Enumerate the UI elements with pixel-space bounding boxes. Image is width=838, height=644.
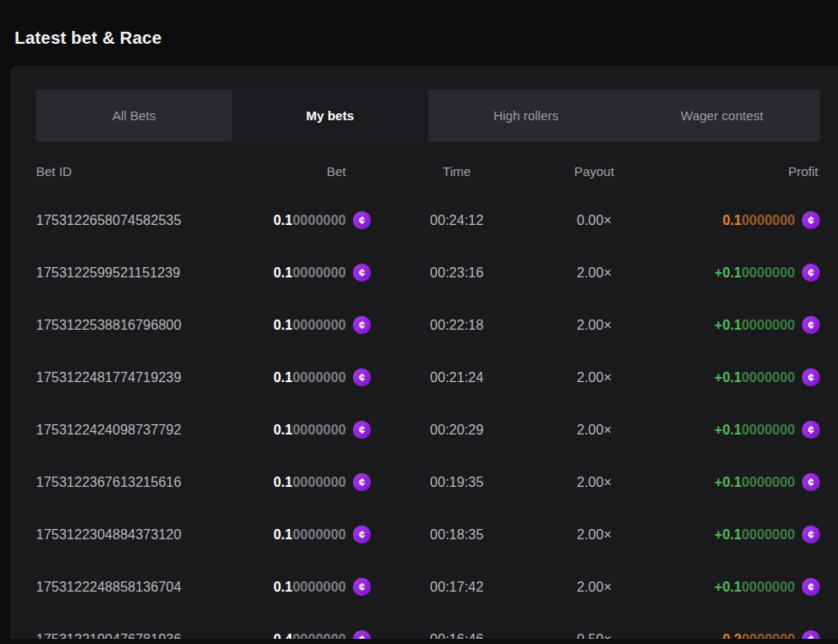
bet-id: 1753122424098737792 xyxy=(36,422,234,438)
bet-profit: 0.10000000¢ xyxy=(646,211,820,229)
bet-time: 00:16:46 xyxy=(371,632,543,640)
bet-row[interactable]: 17531223676132156160.10000000¢00:19:352.… xyxy=(36,456,820,508)
bet-profit: +0.10000000¢ xyxy=(646,526,820,544)
bets-panel: All BetsMy betsHigh rollersWager contest… xyxy=(10,65,838,639)
coin-icon: ¢ xyxy=(802,421,820,439)
bet-id: 1753122304884373120 xyxy=(36,527,234,543)
bet-payout: 2.00× xyxy=(543,527,646,543)
bet-row[interactable]: 17531224240987377920.10000000¢00:20:292.… xyxy=(36,404,820,456)
bet-id: 1753122248858136704 xyxy=(36,580,234,595)
bet-amount: 0.10000000¢ xyxy=(234,526,371,544)
coin-icon: ¢ xyxy=(802,368,820,386)
coin-icon: ¢ xyxy=(802,316,820,334)
bet-payout: 2.00× xyxy=(543,370,646,386)
table-body: 17531226580745825350.10000000¢00:24:120.… xyxy=(36,194,820,639)
bet-profit: +0.10000000¢ xyxy=(646,578,820,596)
bet-time: 00:20:29 xyxy=(371,422,543,438)
coin-icon: ¢ xyxy=(802,526,820,544)
bet-profit: +0.10000000¢ xyxy=(646,368,820,386)
bet-row[interactable]: 17531221904767819360.40000000¢00:16:460.… xyxy=(36,613,820,639)
bet-payout: 2.00× xyxy=(543,318,646,333)
coin-icon: ¢ xyxy=(353,316,371,334)
bet-profit: 0.20000000¢ xyxy=(646,630,820,639)
bets-table: Bet ID Bet Time Payout Profit 1753122658… xyxy=(36,142,820,639)
bet-amount: 0.10000000¢ xyxy=(234,211,371,229)
bet-amount: 0.10000000¢ xyxy=(234,473,371,491)
header-bet-id: Bet ID xyxy=(36,164,234,179)
bet-time: 00:19:35 xyxy=(371,475,543,490)
bet-payout: 2.00× xyxy=(543,422,646,438)
coin-icon: ¢ xyxy=(353,421,371,439)
bet-payout: 2.00× xyxy=(543,475,646,490)
bet-id: 1753122481774719239 xyxy=(36,370,234,386)
coin-icon: ¢ xyxy=(802,630,820,639)
bet-time: 00:18:35 xyxy=(371,527,543,543)
coin-icon: ¢ xyxy=(353,264,371,282)
bet-row[interactable]: 17531225388167968000.10000000¢00:22:182.… xyxy=(36,299,820,351)
coin-icon: ¢ xyxy=(802,211,820,229)
bet-id: 1753122367613215616 xyxy=(36,475,234,490)
bet-time: 00:22:18 xyxy=(371,318,543,333)
header-bet: Bet xyxy=(234,164,371,179)
bet-time: 00:24:12 xyxy=(371,213,543,228)
bet-profit: +0.10000000¢ xyxy=(646,264,820,282)
bet-amount: 0.10000000¢ xyxy=(234,421,371,439)
table-header: Bet ID Bet Time Payout Profit xyxy=(36,142,820,194)
bet-payout: 2.00× xyxy=(543,265,646,281)
header-profit: Profit xyxy=(646,164,820,179)
coin-icon: ¢ xyxy=(353,630,371,639)
coin-icon: ¢ xyxy=(353,211,371,229)
bet-amount: 0.10000000¢ xyxy=(234,316,371,334)
bet-profit: +0.10000000¢ xyxy=(646,473,820,491)
tab-wager-contest[interactable]: Wager contest xyxy=(624,89,820,142)
coin-icon: ¢ xyxy=(802,473,820,491)
header-time: Time xyxy=(371,164,543,179)
tab-bar: All BetsMy betsHigh rollersWager contest xyxy=(36,89,820,142)
bet-amount: 0.10000000¢ xyxy=(234,578,371,596)
coin-icon: ¢ xyxy=(353,578,371,596)
coin-icon: ¢ xyxy=(353,368,371,386)
bet-time: 00:17:42 xyxy=(371,580,543,595)
page-title: Latest bet & Race xyxy=(0,0,838,65)
coin-icon: ¢ xyxy=(802,578,820,596)
bet-row[interactable]: 17531226580745825350.10000000¢00:24:120.… xyxy=(36,194,820,246)
coin-icon: ¢ xyxy=(802,264,820,282)
tab-my-bets[interactable]: My bets xyxy=(232,89,428,142)
tab-all-bets[interactable]: All Bets xyxy=(36,89,232,142)
bet-id: 1753122190476781936 xyxy=(36,632,234,640)
bet-amount: 0.40000000¢ xyxy=(234,630,371,639)
coin-icon: ¢ xyxy=(353,526,371,544)
bet-id: 1753122658074582535 xyxy=(36,213,234,228)
bet-time: 00:23:16 xyxy=(371,265,543,281)
bet-time: 00:21:24 xyxy=(371,370,543,386)
bet-profit: +0.10000000¢ xyxy=(646,316,820,334)
bet-row[interactable]: 17531223048843731200.10000000¢00:18:352.… xyxy=(36,508,820,561)
header-payout: Payout xyxy=(543,164,646,179)
coin-icon: ¢ xyxy=(353,473,371,491)
bet-row[interactable]: 17531224817747192390.10000000¢00:21:242.… xyxy=(36,351,820,404)
bet-row[interactable]: 17531225995211512390.10000000¢00:23:162.… xyxy=(36,246,820,299)
bet-payout: 2.00× xyxy=(543,580,646,595)
bet-profit: +0.10000000¢ xyxy=(646,421,820,439)
bet-payout: 0.50× xyxy=(543,632,646,640)
tab-high-rollers[interactable]: High rollers xyxy=(428,89,624,142)
bet-amount: 0.10000000¢ xyxy=(234,264,371,282)
bet-row[interactable]: 17531222488581367040.10000000¢00:17:422.… xyxy=(36,561,820,613)
bet-amount: 0.10000000¢ xyxy=(234,368,371,386)
bet-id: 1753122538816796800 xyxy=(36,318,234,333)
bet-id: 1753122599521151239 xyxy=(36,265,234,281)
bet-payout: 0.00× xyxy=(543,213,646,228)
